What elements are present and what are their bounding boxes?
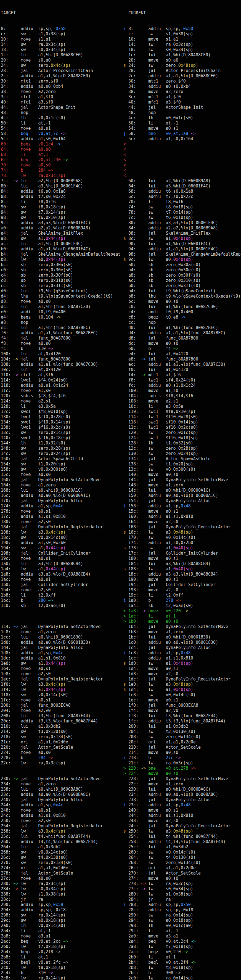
instruction-mnemonic: b bbox=[148, 598, 166, 603]
instruction-mnemonic: lw bbox=[21, 881, 38, 886]
instruction-args: DynaPolyInfo_RegisterActor bbox=[38, 824, 103, 829]
diff-row: 214: sw t3,0x130(s0) 204: sw t3,0x130(s0… bbox=[0, 729, 241, 734]
instruction-args: v0,0x300(s0) bbox=[166, 467, 196, 472]
diff-marker bbox=[123, 482, 128, 487]
diff-marker bbox=[123, 750, 128, 755]
instruction-mnemonic: lui bbox=[148, 184, 166, 189]
diff-line-target: 26c: sw t4,0x130(s0) bbox=[0, 855, 123, 860]
instruction-address: 140: bbox=[1, 435, 13, 440]
diff-line-target: 154: sw t1,0x20(sp) bbox=[0, 461, 123, 467]
diff-marker: < bbox=[123, 142, 128, 146]
instruction-args: a2,s0 bbox=[166, 818, 178, 823]
instruction-mnemonic: lui bbox=[21, 488, 38, 493]
diff-row: 230: ~> jal DynaPolyInfo_SetActorMove 22… bbox=[0, 776, 241, 781]
instruction-args: t2,0xae(s0) bbox=[38, 603, 65, 608]
instruction-mnemonic: sw bbox=[21, 855, 38, 860]
instruction-args: Actor_ProcessInitChain bbox=[38, 68, 93, 73]
instruction-args: at,0x4120 bbox=[166, 352, 188, 356]
diff-marker bbox=[123, 220, 128, 225]
diff-row: 294: addiu sp,sp,-0x18 28c: addiu sp,sp,… bbox=[0, 907, 241, 913]
arrow-slot bbox=[13, 435, 21, 440]
diff-line-current: s 16c: lw a3,0x48(sp) bbox=[123, 530, 241, 535]
diff-line-current: 24c: jal DynaPolyInfo_RegisterActor bbox=[123, 824, 241, 829]
diff-marker bbox=[123, 776, 128, 781]
diff-line-current: 210: jal Actor_SetScale bbox=[123, 745, 241, 750]
instruction-address: 120: bbox=[1, 393, 13, 398]
arrow-slot bbox=[13, 42, 21, 47]
instruction-address: 1c8: bbox=[128, 651, 141, 655]
instruction-args: ra,0x14(sp) bbox=[38, 913, 65, 918]
instruction-args: a1,a1,0x2d0e bbox=[38, 865, 68, 870]
diff-line-target: 278: jal Actor_SetScale bbox=[0, 871, 123, 876]
instruction-mnemonic: jr bbox=[21, 897, 38, 902]
arrow-slot bbox=[13, 540, 21, 545]
arrow-slot bbox=[141, 247, 148, 251]
diff-line-current: s 8c: sw a1,0x40(sp) bbox=[123, 236, 241, 241]
instruction-address: 268: bbox=[1, 850, 13, 855]
instruction-args: t3,0x130(s0) bbox=[166, 729, 196, 734]
instruction-mnemonic: swc1 bbox=[148, 420, 166, 425]
diff-marker bbox=[123, 734, 128, 739]
diff-row: c0: sb zero,0x30e(s0) a4: sb zero,0x30e(… bbox=[0, 267, 241, 273]
diff-line-target: 21c: ori a1,a1,0x2d0e bbox=[0, 740, 123, 745]
instruction-args: a0,s0 bbox=[166, 771, 178, 776]
instruction-address: 2b8: bbox=[128, 965, 141, 970]
instruction-args: ActorShape_Init bbox=[38, 105, 75, 110]
arrow-slot bbox=[13, 288, 21, 293]
arrow-slot bbox=[141, 860, 148, 865]
arrow-slot bbox=[13, 110, 21, 115]
instruction-address: 44: bbox=[128, 105, 141, 110]
diff-marker: < bbox=[123, 173, 128, 178]
diff-line-current: < bbox=[123, 158, 241, 162]
arrow-slot bbox=[141, 115, 148, 120]
arrow-slot bbox=[141, 750, 148, 755]
diff-line-current: 264: sw t4,0x130(s0) bbox=[123, 855, 241, 860]
diff-marker bbox=[123, 655, 128, 660]
instruction-args: a0,a0,%lo(D_06001830) bbox=[166, 640, 219, 645]
diff-row: 1c8: move a1,zero 1b8: move a1,zero bbox=[0, 629, 241, 635]
instruction-mnemonic: ori bbox=[148, 740, 166, 745]
diff-row: 2c4: b 310 ~> 2bc: b 308 ~> bbox=[0, 970, 241, 975]
branch-arrow: ~> bbox=[141, 372, 148, 377]
instruction-args: a1,zero bbox=[38, 781, 56, 786]
arrow-slot bbox=[13, 393, 21, 398]
instruction-args: v0,at,2cc bbox=[38, 939, 61, 944]
instruction-args: $f16,0x2c(s0) bbox=[38, 425, 70, 430]
instruction-address: 194: bbox=[128, 582, 141, 587]
diff-line-current: s 1e4: lw a1,0x40(sp) bbox=[123, 687, 241, 692]
arrow-slot bbox=[141, 498, 148, 503]
instruction-args: a2,v0 bbox=[38, 708, 51, 713]
instruction-address: 228: bbox=[1, 755, 13, 760]
instruction-args: a1,s1,0x810 bbox=[38, 514, 65, 519]
instruction-mnemonic: andi bbox=[148, 309, 166, 314]
instruction-address: e4: bbox=[1, 315, 13, 320]
instruction-mnemonic: jr bbox=[148, 897, 166, 902]
instruction-address: 250: bbox=[1, 818, 13, 823]
arrow-slot bbox=[13, 729, 21, 734]
instruction-args: a1,s1,0x810 bbox=[166, 514, 193, 519]
instruction-args: a1,%hi(D_80A88CE0) bbox=[166, 52, 211, 57]
diff-marker bbox=[123, 383, 128, 388]
instruction-mnemonic: lui bbox=[148, 635, 166, 640]
arrow-slot bbox=[13, 535, 21, 540]
instruction-mnemonic: li bbox=[148, 955, 166, 959]
instruction-args: zero,0x310(s0) bbox=[38, 278, 73, 283]
diff-line-current: s 24: sw zero,0x48(sp) bbox=[123, 63, 241, 68]
arrow-slot bbox=[13, 247, 21, 251]
arrow-slot bbox=[13, 955, 21, 959]
diff-line-target: 188: lw a3,0x4c(sp) bbox=[0, 530, 123, 535]
instruction-args: ~> bbox=[188, 131, 196, 136]
diff-row: 2a4: li at,-1 29c: li at,-1 bbox=[0, 928, 241, 934]
instruction-mnemonic: lw bbox=[21, 944, 38, 949]
instruction-args: zero,0x28(sp) bbox=[38, 446, 70, 451]
instruction-mnemonic: lui bbox=[148, 288, 166, 293]
arrow-slot bbox=[13, 808, 21, 813]
instruction-address: 178: bbox=[1, 509, 13, 514]
instruction-args: t1,0x20(sp) bbox=[166, 461, 193, 466]
instruction-address: 1b0: bbox=[1, 582, 13, 587]
diff-marker bbox=[123, 47, 128, 52]
diff-marker bbox=[123, 719, 128, 724]
instruction-address: a4: bbox=[1, 231, 13, 236]
instruction-args: a1,a1,%lo(D_80A88CE0) bbox=[166, 73, 219, 78]
instruction-mnemonic: move bbox=[148, 671, 166, 676]
